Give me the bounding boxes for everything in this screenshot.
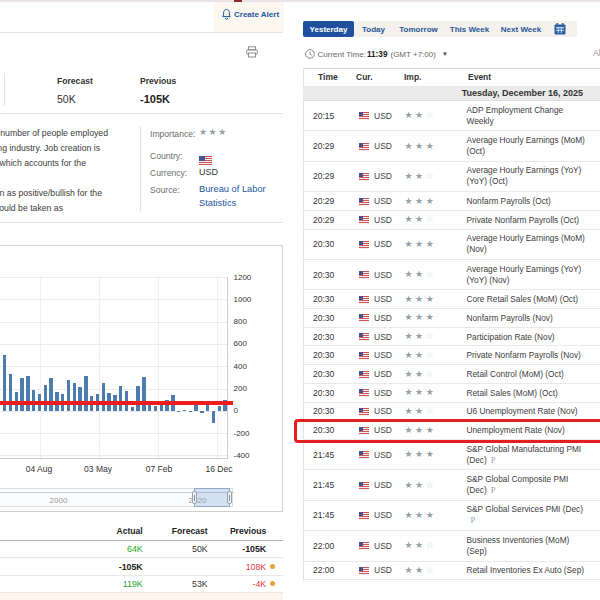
event-name[interactable]: Retail Control (MoM) (Oct) xyxy=(467,369,564,380)
tab-this-week[interactable]: This Week xyxy=(450,21,489,37)
event-name[interactable]: Unemployment Rate (Nov) xyxy=(467,425,565,436)
event-name[interactable]: Participation Rate (Nov) xyxy=(467,331,555,342)
chevron-down-icon[interactable]: ▼ xyxy=(442,51,448,57)
star-icon: ☆ xyxy=(426,172,434,181)
event-name[interactable]: S&P Global Composite PMI(Dec)P xyxy=(467,474,569,496)
calendar-row[interactable]: 20:15 USD ★★☆ ADP Employment ChangeWeekl… xyxy=(303,101,600,131)
event-currency: USD xyxy=(374,211,392,229)
event-currency: USD xyxy=(374,162,392,191)
event-line: (YoY) (Oct) xyxy=(467,176,582,187)
calendar-row[interactable]: 20:30 USD ★★☆ Average Hourly Earnings (Y… xyxy=(303,260,600,290)
star-icon: ★ xyxy=(405,370,413,379)
star-icon: ★ xyxy=(405,215,413,224)
star-icon: ★ xyxy=(426,313,434,322)
star-icon: ★ xyxy=(426,240,434,249)
event-currency: USD xyxy=(374,440,392,469)
calendar-row[interactable]: 20:29 USD ★★★ Nonfarm Payrolls (Oct) xyxy=(303,192,600,211)
event-name[interactable]: S&P Global Manufacturing PMI(Dec)P xyxy=(467,444,582,466)
star-icon: ★ xyxy=(415,541,423,550)
all-link[interactable]: All xyxy=(593,48,600,58)
calendar-row[interactable]: 20:30 USD ★★☆ Private Nonfarm Payrolls (… xyxy=(303,347,600,366)
event-line: (Dec)P xyxy=(467,485,569,496)
calendar-row[interactable]: 20:29 USD ★★★ Average Hourly Earnings (M… xyxy=(303,131,600,161)
calendar-row[interactable]: 21:45 USD ★★★ S&P Global Manufacturing P… xyxy=(303,440,600,470)
calendar-picker-button[interactable] xyxy=(554,23,566,35)
calendar-row[interactable]: 20:30 USD ★★★ Unemployment Rate (Nov) xyxy=(303,421,600,440)
tab-today[interactable]: Today xyxy=(357,21,390,37)
star-icon: ★ xyxy=(426,197,434,206)
event-name[interactable]: Average Hourly Earnings (YoY)(YoY) (Nov) xyxy=(467,264,582,286)
event-name[interactable]: U6 Unemployment Rate (Nov) xyxy=(467,406,578,417)
current-time-gmt[interactable]: (GMT +7:00) xyxy=(390,50,435,59)
star-icon: ☆ xyxy=(426,370,434,379)
event-currency: USD xyxy=(374,562,392,580)
economic-calendar-panel: YesterdayTodayTomorrowThis WeekNext Week… xyxy=(0,0,600,600)
event-name[interactable]: Core Retail Sales (MoM) (Oct) xyxy=(467,294,579,305)
us-flag-icon xyxy=(359,216,369,224)
star-icon: ☆ xyxy=(426,566,434,575)
event-name[interactable]: Average Hourly Earnings (MoM)(Nov) xyxy=(467,233,585,255)
event-line: Average Hourly Earnings (YoY) xyxy=(467,165,582,176)
star-icon: ☆ xyxy=(426,351,434,360)
calendar-row[interactable]: 21:45 USD ★★☆ S&P Global Composite PMI(D… xyxy=(303,470,600,500)
event-line: (YoY) (Nov) xyxy=(467,275,582,286)
calendar-row[interactable]: 22:00 USD ★★☆ Business Inventories (MoM)… xyxy=(303,531,600,561)
calendar-row[interactable]: 21:45 USD ★★★ S&P Global Services PMI (D… xyxy=(303,501,600,531)
event-currency: USD xyxy=(374,131,392,160)
star-icon: ★ xyxy=(415,426,423,435)
us-flag-icon xyxy=(359,112,369,120)
event-name[interactable]: ADP Employment ChangeWeekly xyxy=(467,105,564,127)
event-name[interactable]: Average Hourly Earnings (YoY)(YoY) (Oct) xyxy=(467,165,582,187)
calendar-row[interactable]: 20:29 USD ★★☆ Average Hourly Earnings (Y… xyxy=(303,162,600,192)
calendar-row[interactable]: 20:30 USD ★★☆ U6 Unemployment Rate (Nov) xyxy=(303,403,600,422)
star-icon: ★ xyxy=(415,142,423,151)
event-name[interactable]: Nonfarm Payrolls (Nov) xyxy=(467,312,553,323)
event-line: Nonfarm Payrolls (Nov) xyxy=(467,312,553,323)
importance-stars: ★★★ xyxy=(405,192,434,210)
star-icon: ☆ xyxy=(426,541,434,550)
star-icon: ★ xyxy=(426,388,434,397)
calendar-row[interactable]: 20:30 USD ★★★ Average Hourly Earnings (M… xyxy=(303,230,600,260)
star-icon: ★ xyxy=(405,407,413,416)
calendar-row[interactable]: 20:30 USD ★★★ Core Retail Sales (MoM) (O… xyxy=(303,290,600,309)
star-icon: ★ xyxy=(415,511,423,520)
event-time: 20:29 xyxy=(313,211,334,229)
event-name[interactable]: Private Nonfarm Payrolls (Oct) xyxy=(467,214,580,225)
importance-stars: ★★★ xyxy=(405,421,434,439)
event-time: 20:29 xyxy=(313,192,334,210)
calendar-row[interactable]: 22:00 USD ★★☆ Retail Inventories Ex Auto… xyxy=(303,562,600,581)
event-name[interactable]: Retail Sales (MoM) (Oct) xyxy=(467,387,558,398)
calendar-row[interactable]: 20:29 USD ★★☆ Private Nonfarm Payrolls (… xyxy=(303,211,600,230)
event-name[interactable]: S&P Global Services PMI (Dec)P xyxy=(467,504,584,526)
star-icon: ★ xyxy=(415,351,423,360)
event-time: 21:45 xyxy=(313,501,334,530)
star-icon: ★ xyxy=(415,407,423,416)
calendar-row[interactable]: 20:30 USD ★★★ Nonfarm Payrolls (Nov) xyxy=(303,309,600,328)
event-name[interactable]: Retail Inventories Ex Auto (Sep) xyxy=(467,565,585,576)
tab-next-week[interactable]: Next Week xyxy=(501,21,541,37)
calendar-row[interactable]: 20:30 USD ★★★ Retail Sales (MoM) (Oct) xyxy=(303,384,600,403)
star-icon: ★ xyxy=(415,215,423,224)
us-flag-icon xyxy=(359,198,369,206)
event-currency: USD xyxy=(374,365,392,383)
importance-stars: ★★★ xyxy=(405,501,434,530)
star-icon: ★ xyxy=(415,197,423,206)
event-name[interactable]: Nonfarm Payrolls (Oct) xyxy=(467,196,551,207)
date-row-label: Tuesday, December 16, 2025 xyxy=(462,86,583,100)
us-flag-icon xyxy=(359,482,369,490)
star-icon: ★ xyxy=(415,270,423,279)
event-line: P xyxy=(467,515,584,526)
event-name[interactable]: Average Hourly Earnings (MoM)(Oct) xyxy=(467,135,585,157)
star-icon: ☆ xyxy=(426,481,434,490)
tab-yesterday[interactable]: Yesterday xyxy=(303,21,354,37)
event-time: 20:30 xyxy=(313,421,334,439)
calendar-row[interactable]: 20:30 USD ★★☆ Participation Rate (Nov) xyxy=(303,328,600,347)
star-icon: ☆ xyxy=(426,407,434,416)
event-name[interactable]: Private Nonfarm Payrolls (Nov) xyxy=(467,350,581,361)
calendar-row[interactable]: 20:30 USD ★★☆ Retail Control (MoM) (Oct) xyxy=(303,365,600,384)
star-icon: ★ xyxy=(405,313,413,322)
star-icon: ☆ xyxy=(426,332,434,341)
event-time: 21:45 xyxy=(313,470,334,499)
event-name[interactable]: Business Inventories (MoM)(Sep) xyxy=(467,535,570,557)
tab-tomorrow[interactable]: Tomorrow xyxy=(398,21,439,37)
